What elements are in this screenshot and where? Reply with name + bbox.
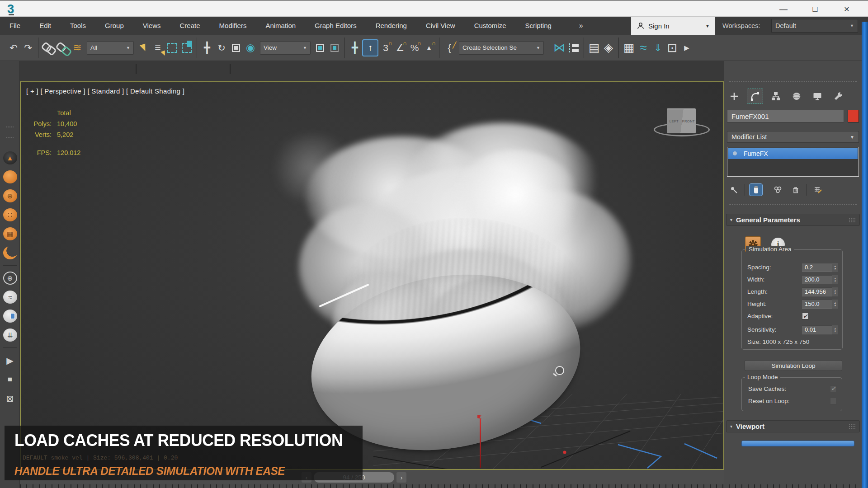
play-icon[interactable]: ▶ <box>3 354 17 367</box>
redo-button[interactable]: ↷ <box>21 38 35 58</box>
adaptive-checkbox[interactable]: ✓ <box>802 313 809 319</box>
angle-snap-toggle[interactable]: ∠∩ <box>393 38 407 58</box>
menu-edit[interactable]: Edit <box>30 17 61 35</box>
viewport-label[interactable]: [ + ] [ Perspective ] [ Standard ] [ Def… <box>26 87 184 95</box>
minimize-button[interactable]: — <box>774 3 793 15</box>
reference-coordinate-dropdown[interactable]: View ▼ <box>260 41 311 55</box>
spin-down-icon[interactable]: ▾ <box>834 280 835 282</box>
stop-icon[interactable]: ■ <box>3 373 17 386</box>
select-and-rotate-button[interactable]: ↻ <box>214 38 229 58</box>
menu-modifiers[interactable]: Modifiers <box>210 17 256 35</box>
save-caches-checkbox[interactable]: ✓ <box>830 385 837 392</box>
mirror-button[interactable]: ⋈ <box>552 38 566 58</box>
snap-toggle-active-button[interactable]: ↑ <box>362 39 378 56</box>
layer-manager-button[interactable]: ◈ <box>601 38 616 58</box>
viewcube-left-face[interactable]: LEFT <box>667 109 681 133</box>
modifier-stack-row-fumefx[interactable]: FumeFX <box>728 148 858 159</box>
menu-views[interactable]: Views <box>133 17 170 35</box>
viewcube-front-face[interactable]: FRONT <box>681 109 696 133</box>
select-object-button[interactable] <box>136 38 151 58</box>
scene-explorer-button[interactable]: ▤ <box>587 38 601 58</box>
spin-down-icon[interactable]: ▾ <box>834 292 835 295</box>
reset-on-loop-checkbox[interactable] <box>830 398 837 404</box>
menu-rendering[interactable]: Rendering <box>366 17 416 35</box>
fumefx-sphere-icon[interactable] <box>3 170 17 183</box>
width-field[interactable]: 200.0 <box>802 275 832 284</box>
select-and-link-button[interactable] <box>41 38 56 58</box>
maximize-button[interactable]: □ <box>806 3 825 15</box>
perspective-viewport[interactable]: [ + ] [ Perspective ] [ Standard ] [ Def… <box>20 81 724 470</box>
close-box-icon[interactable]: ⊠ <box>3 392 17 405</box>
tab-modify[interactable] <box>747 89 763 104</box>
height-field[interactable]: 150.0 <box>802 300 832 309</box>
rollout-general-parameters[interactable]: ▾ General Parameters <box>726 214 860 226</box>
unlink-selection-button[interactable] <box>56 38 70 58</box>
fumefx-particles-icon[interactable]: ∷ <box>3 208 17 221</box>
menu-graph-editors[interactable]: Graph Editors <box>305 17 366 35</box>
height-spinner[interactable]: ▴▾ <box>832 300 838 309</box>
workspace-dropdown[interactable]: Default ▼ <box>771 19 858 33</box>
spinner-snap-toggle[interactable]: ▲∩ <box>422 38 436 58</box>
menu-create[interactable]: Create <box>170 17 210 35</box>
select-and-scale-button[interactable] <box>229 38 243 58</box>
menu-civil-view[interactable]: Civil View <box>416 17 465 35</box>
length-spinner[interactable]: ▴▾ <box>832 287 838 296</box>
spin-down-icon[interactable]: ▾ <box>834 267 835 270</box>
snaps-toggle-3d-button[interactable]: 3∩ <box>378 38 393 58</box>
toolbar-flyout-chevron[interactable]: ▸ <box>679 38 694 58</box>
window-crossing-toggle[interactable] <box>179 38 194 58</box>
spacing-field[interactable]: 0.2 <box>802 263 832 272</box>
menu-tools[interactable]: Tools <box>61 17 95 35</box>
sidebar-grip[interactable] <box>6 127 14 138</box>
sign-in-caret-icon[interactable]: ▼ <box>705 23 710 28</box>
menu-overflow-chevron[interactable]: » <box>579 22 583 30</box>
toggle-ribbon-button[interactable]: ▦ <box>622 38 636 58</box>
spin-down-icon[interactable]: ▾ <box>834 304 835 307</box>
menu-customize[interactable]: Customize <box>465 17 516 35</box>
curve-editor-button[interactable]: ≈ <box>636 38 651 58</box>
make-unique-button[interactable] <box>771 183 785 196</box>
modifier-list-dropdown[interactable]: Modifier List ▼ <box>727 131 859 143</box>
schematic-view-button[interactable]: ⇓ <box>651 38 665 58</box>
bind-to-space-warp-button[interactable]: ≋ <box>70 38 85 58</box>
rectangular-selection-region-button[interactable] <box>165 38 179 58</box>
object-color-swatch[interactable] <box>848 110 859 122</box>
use-pivot-point-button[interactable] <box>313 38 327 58</box>
app-logo-icon[interactable]: 3 <box>7 2 14 16</box>
tab-motion[interactable] <box>788 89 805 104</box>
tab-create[interactable] <box>726 89 742 104</box>
render-setup-button[interactable]: ⊡ <box>665 38 679 58</box>
length-field[interactable]: 144.956 <box>802 287 832 296</box>
use-selection-center-button[interactable] <box>327 38 342 58</box>
snap-toggle-2d[interactable]: ╋ <box>348 38 362 58</box>
select-by-name-button[interactable]: ≡ <box>151 38 165 58</box>
menu-animation[interactable]: Animation <box>256 17 305 35</box>
width-spinner[interactable]: ▴▾ <box>832 275 838 284</box>
menu-group[interactable]: Group <box>95 17 133 35</box>
pin-stack-button[interactable] <box>727 183 741 196</box>
panel-sphere-icon[interactable] <box>3 310 17 323</box>
next-frame-button[interactable]: › <box>396 472 406 483</box>
close-button[interactable]: × <box>837 3 856 15</box>
named-selection-set-dropdown[interactable]: Create Selection Se ▼ <box>459 41 544 55</box>
tab-hierarchy[interactable] <box>768 89 784 104</box>
rollout-viewport[interactable]: ▾ Viewport <box>726 420 860 432</box>
sign-in-control[interactable]: Sign In ▼ <box>631 17 715 35</box>
configure-modifier-sets-button[interactable] <box>811 183 825 196</box>
undo-button[interactable]: ↶ <box>6 38 21 58</box>
fumefx-logo-icon[interactable]: ▲ <box>3 151 17 164</box>
fumefx-grid-icon[interactable]: ▦ <box>3 227 17 240</box>
sensitivity-field[interactable]: 0.01 <box>802 325 832 334</box>
menu-file[interactable]: File <box>0 17 30 35</box>
edit-named-selection-sets-button[interactable]: {╱ <box>442 38 457 58</box>
fumefx-crescent-icon[interactable] <box>3 246 17 259</box>
arrows-down-icon[interactable]: ⇊ <box>3 328 17 342</box>
object-name-field[interactable]: FumeFX001 <box>727 110 844 122</box>
simulation-loop-button[interactable]: Simulation Loop <box>745 360 842 371</box>
select-and-place-button[interactable]: ◉ <box>243 38 258 58</box>
modifier-stack[interactable]: FumeFX <box>727 147 859 177</box>
swirl-sphere-icon[interactable]: ≈ <box>3 291 17 304</box>
tab-display[interactable] <box>809 89 826 104</box>
track-bar-ruler[interactable] <box>20 484 868 488</box>
show-end-result-button[interactable] <box>749 183 763 196</box>
